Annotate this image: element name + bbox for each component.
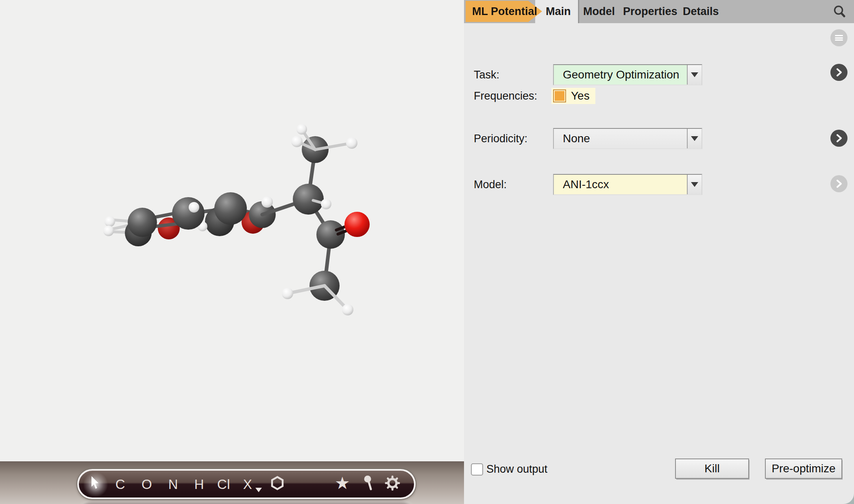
gear-icon — [385, 476, 400, 491]
element-button-cl[interactable]: Cl — [217, 478, 230, 491]
probe-tool-button[interactable] — [362, 476, 375, 493]
task-label: Task: — [474, 69, 499, 81]
periodicity-next-button[interactable] — [830, 130, 847, 147]
chevron-right-icon — [835, 179, 843, 189]
element-toolbar: C O N H Cl X ★ — [77, 469, 416, 499]
tab-bar: ML Potential Main Model Properties Detai… — [464, 0, 854, 23]
periodicity-dropdown[interactable]: None — [553, 128, 702, 149]
show-output-checkbox[interactable] — [471, 463, 483, 476]
element-button-o[interactable]: O — [142, 478, 152, 491]
tab-divider — [578, 0, 579, 23]
menu-button-disabled — [830, 29, 847, 46]
carbon-atom[interactable] — [293, 184, 324, 215]
element-button-c[interactable]: C — [115, 478, 125, 491]
element-button-n[interactable]: N — [168, 478, 178, 491]
periodicity-dropdown-value: None — [554, 129, 687, 148]
task-dropdown[interactable]: Geometry Optimization — [553, 64, 702, 85]
tab-details[interactable]: Details — [683, 0, 719, 23]
toolbar-dock: C O N H Cl X ★ — [0, 461, 464, 504]
molecule-3d-viewport[interactable]: C O N H Cl X ★ — [0, 0, 464, 504]
periodicity-dropdown-button[interactable] — [687, 129, 702, 148]
task-dropdown-value: Geometry Optimization — [554, 65, 687, 85]
carbon-atom[interactable] — [128, 208, 157, 237]
application-window: C O N H Cl X ★ — [0, 0, 854, 504]
chevron-right-icon — [835, 67, 843, 77]
model-dropdown-value: ANI-1ccx — [554, 175, 687, 194]
magnifier-icon — [832, 4, 847, 19]
model-dropdown-button[interactable] — [687, 175, 702, 194]
tab-main-label[interactable]: Main — [546, 0, 571, 23]
plugin-banner-label: ML Potential — [472, 5, 537, 18]
kill-button[interactable]: Kill — [675, 458, 749, 479]
settings-tool-button[interactable] — [385, 476, 400, 493]
cursor-icon — [90, 476, 100, 490]
frequencies-checkbox[interactable] — [553, 89, 566, 102]
element-button-h[interactable]: H — [194, 478, 204, 491]
element-picker-dropdown-arrow-icon[interactable] — [255, 488, 262, 492]
frequencies-value: Yes — [571, 89, 590, 102]
molecule-3d-view[interactable] — [0, 0, 464, 461]
model-next-button-disabled — [830, 175, 847, 192]
model-dropdown[interactable]: ANI-1ccx — [553, 174, 702, 195]
toolbar-reflection — [77, 501, 416, 504]
probe-icon — [362, 476, 375, 491]
window-rounded-corner — [840, 490, 854, 504]
periodicity-label: Periodicity: — [474, 133, 527, 145]
oxygen-atom[interactable] — [344, 212, 370, 237]
ring-tool-button[interactable] — [270, 476, 284, 493]
show-output-label: Show output — [486, 463, 547, 476]
tab-properties[interactable]: Properties — [623, 0, 678, 23]
element-button-x[interactable]: X — [243, 478, 253, 491]
dropdown-arrow-icon — [691, 72, 698, 77]
hamburger-icon — [835, 35, 843, 41]
plugin-banner-ml-potential[interactable]: ML Potential — [466, 1, 542, 22]
task-dropdown-button[interactable] — [687, 65, 702, 85]
model-label: Model: — [474, 178, 507, 191]
search-button[interactable] — [831, 3, 849, 21]
frequencies-label: Frequencies: — [474, 90, 537, 102]
preoptimize-button[interactable]: Pre-optimize — [765, 458, 842, 479]
ring-icon — [270, 476, 284, 491]
dropdown-arrow-icon — [691, 136, 698, 141]
ml-potential-panel: ML Potential Main Model Properties Detai… — [464, 0, 854, 504]
task-next-button[interactable] — [830, 64, 847, 81]
frequencies-control[interactable]: Yes — [551, 88, 595, 104]
star-tool-button[interactable]: ★ — [335, 475, 350, 492]
chevron-right-icon — [835, 133, 843, 143]
hydrogen-atom[interactable] — [321, 199, 331, 209]
tab-model[interactable]: Model — [583, 0, 615, 23]
dropdown-arrow-icon — [691, 182, 698, 187]
cursor-tool-button[interactable] — [90, 476, 100, 492]
